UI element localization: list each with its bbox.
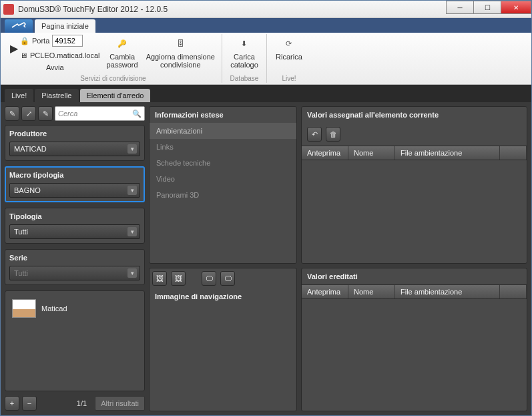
more-results-button[interactable]: Altri risultati — [95, 396, 145, 411]
nav-tool-2[interactable]: 🖼 — [171, 271, 186, 286]
aggiorna-dimensione-button[interactable]: 🗄 Aggiorna dimensione condivisione — [145, 34, 216, 70]
results-list: Maticad — [5, 290, 145, 391]
tipologia-select[interactable]: Tutti ▾ — [9, 224, 140, 239]
chevron-down-icon: ▾ — [127, 268, 137, 278]
tab-piastrelle[interactable]: Piastrelle — [35, 89, 78, 102]
window-controls: ─ ☐ ✕ — [447, 1, 531, 14]
info-item-ambientazioni[interactable]: Ambientazioni — [150, 123, 296, 139]
table-body-inherited — [302, 299, 527, 411]
add-button[interactable]: + — [5, 396, 19, 411]
close-button[interactable]: ✕ — [501, 1, 531, 14]
porta-input[interactable] — [52, 35, 83, 47]
ribbon-tabstrip: Pagina iniziale — [1, 18, 531, 33]
nav-tool-4[interactable]: 🖵 — [220, 271, 235, 286]
page-indicator: 1/1 — [77, 399, 87, 407]
revert-button[interactable]: ↶ — [307, 127, 322, 142]
delete-button[interactable]: 🗑 — [326, 127, 340, 142]
server-icon: 🖥 — [20, 51, 27, 59]
table-header-inherited: Anteprima Nome File ambientazione — [302, 284, 527, 299]
table-body-current — [302, 160, 527, 263]
host-label: PCLEO.maticad.local — [30, 51, 100, 59]
app-icon — [3, 4, 14, 15]
serie-select[interactable]: Tutti ▾ — [9, 266, 140, 280]
tool-button-2[interactable]: ⤢ — [21, 106, 36, 121]
group-database-label: Database — [228, 74, 261, 83]
key-icon: 🔑 — [114, 35, 130, 51]
tool-button-1[interactable]: ✎ — [5, 106, 19, 121]
ribbon: ▶ 🔒 Porta 🖥 PCLEO.maticad.local — [1, 33, 531, 85]
search-input[interactable]: Cerca 🔍 — [55, 106, 145, 121]
chevron-down-icon: ▾ — [127, 144, 137, 154]
window-title: DomuS3D® TouchFly Editor 2012 - 12.0.5 — [18, 5, 168, 14]
filter-macro-tipologia: Macro tipologia BAGNO ▾ — [5, 166, 145, 202]
maximize-button[interactable]: ☐ — [473, 1, 501, 14]
macro-tipologia-select[interactable]: BAGNO ▾ — [9, 183, 140, 198]
cambia-password-button[interactable]: 🔑 Cambia password — [105, 34, 140, 70]
result-thumbnail — [12, 299, 36, 318]
search-icon[interactable]: 🔍 — [132, 110, 142, 118]
tab-pagina-iniziale[interactable]: Pagina iniziale — [35, 19, 95, 33]
info-item-links[interactable]: Links — [150, 139, 296, 155]
produttore-select[interactable]: MATICAD ▾ — [9, 142, 140, 156]
info-item-panorami[interactable]: Panorami 3D — [150, 187, 296, 203]
filter-tipologia: Tipologia Tutti ▾ — [5, 208, 145, 244]
lock-icon: 🔒 — [20, 37, 29, 45]
tool-button-3[interactable]: ✎ — [38, 106, 53, 121]
filter-produttore: Produttore MATICAD ▾ — [5, 125, 145, 161]
play-icon[interactable]: ▶ — [10, 42, 18, 55]
nav-image-title: Immagine di navigazione — [150, 288, 296, 304]
info-estese-title: Informazioni estese — [150, 107, 296, 123]
title-bar: DomuS3D® TouchFly Editor 2012 - 12.0.5 ─… — [1, 1, 531, 18]
list-item[interactable]: Maticad — [9, 295, 140, 322]
table-header-current: Anteprima Nome File ambientazione — [302, 146, 527, 160]
group-live-label: Live! — [272, 74, 306, 83]
chevron-down-icon: ▾ — [127, 227, 137, 236]
filter-serie: Serie Tutti ▾ — [5, 249, 145, 285]
carica-catalogo-button[interactable]: ⬇ Carica catalogo — [228, 34, 261, 70]
minimize-button[interactable]: ─ — [446, 1, 474, 14]
valori-correnti-title: Valori assegnati all'elemento corrente — [302, 107, 527, 123]
chevron-down-icon: ▾ — [127, 186, 137, 195]
ricarica-button[interactable]: ⟳ Ricarica — [272, 34, 306, 62]
tab-elementi-arredo[interactable]: Elementi d'arredo — [80, 89, 151, 102]
download-icon: ⬇ — [236, 35, 252, 51]
database-icon: 🗄 — [172, 35, 188, 51]
remove-button[interactable]: − — [22, 396, 37, 411]
group-servizi-label: Servizi di condivisione — [10, 74, 216, 83]
porta-label: Porta — [32, 37, 49, 45]
avvia-label[interactable]: Avvia — [46, 63, 64, 71]
info-item-schede[interactable]: Schede tecniche — [150, 155, 296, 171]
nav-tool-3[interactable]: 🖵 — [202, 271, 216, 286]
nav-tool-1[interactable]: 🖼 — [152, 271, 167, 286]
info-item-video[interactable]: Video — [150, 171, 296, 187]
inner-tabs: Live! Piastrelle Elementi d'arredo — [1, 85, 531, 102]
file-tab[interactable] — [5, 19, 33, 33]
refresh-icon: ⟳ — [281, 35, 297, 51]
tab-live[interactable]: Live! — [5, 89, 33, 102]
valori-ereditati-title: Valori ereditati — [302, 268, 527, 284]
